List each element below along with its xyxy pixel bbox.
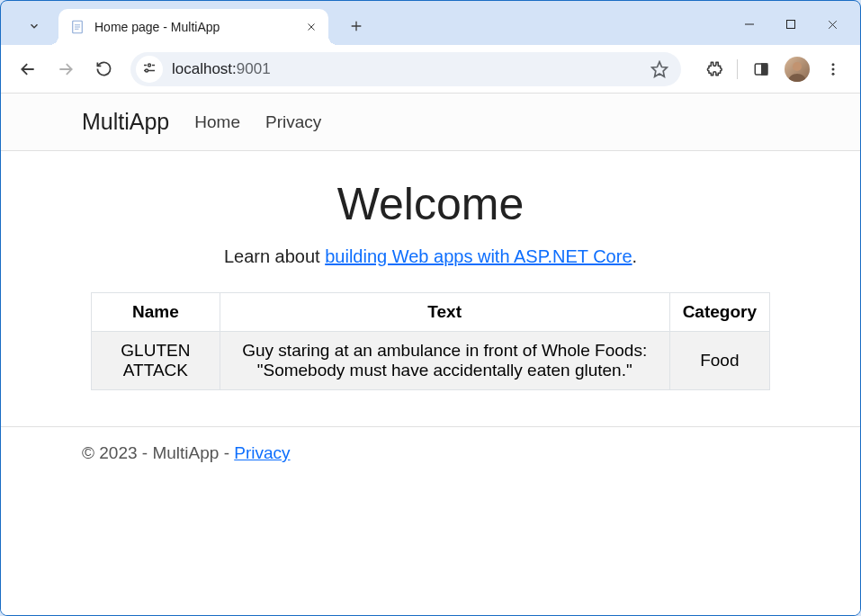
tab-favicon-icon bbox=[69, 19, 85, 35]
forward-button[interactable] bbox=[49, 53, 82, 85]
svg-point-14 bbox=[148, 64, 151, 67]
table-header-row: Name Text Category bbox=[92, 293, 770, 332]
cell-name: GLUTEN ATTACK bbox=[92, 332, 220, 390]
brand-title[interactable]: MultiApp bbox=[82, 109, 169, 135]
window-minimize-button[interactable] bbox=[729, 9, 770, 40]
col-text: Text bbox=[220, 293, 669, 332]
lead-prefix: Learn about bbox=[224, 246, 325, 266]
toolbar-divider bbox=[737, 59, 738, 79]
cell-text: Guy staring at an ambulance in front of … bbox=[220, 332, 669, 390]
svg-point-23 bbox=[793, 62, 802, 71]
reload-button[interactable] bbox=[87, 53, 120, 85]
profile-avatar[interactable] bbox=[781, 53, 813, 85]
bookmark-star-icon[interactable] bbox=[647, 60, 672, 78]
cell-category: Food bbox=[669, 332, 769, 390]
footer-privacy-link[interactable]: Privacy bbox=[234, 443, 290, 462]
svg-point-17 bbox=[146, 69, 148, 72]
lead-suffix: . bbox=[632, 246, 638, 266]
window-close-button[interactable] bbox=[812, 9, 853, 40]
tab-close-button[interactable] bbox=[303, 19, 319, 35]
nav-link-privacy[interactable]: Privacy bbox=[265, 112, 321, 132]
new-tab-button[interactable] bbox=[341, 11, 372, 41]
back-button[interactable] bbox=[12, 53, 44, 85]
extensions-button[interactable] bbox=[697, 53, 730, 85]
svg-point-26 bbox=[832, 72, 835, 75]
svg-rect-9 bbox=[787, 21, 795, 29]
site-info-button[interactable] bbox=[136, 56, 163, 83]
col-name: Name bbox=[92, 293, 220, 332]
tab-title: Home page - MultiApp bbox=[94, 20, 298, 34]
table-row: GLUTEN ATTACK Guy staring at an ambulanc… bbox=[92, 332, 770, 390]
window-controls bbox=[729, 9, 853, 40]
chrome-menu-button[interactable] bbox=[817, 53, 849, 85]
browser-toolbar: localhost:9001 bbox=[1, 45, 860, 94]
page-title: Welcome bbox=[91, 178, 770, 230]
svg-rect-22 bbox=[762, 64, 767, 75]
site-navbar: MultiApp Home Privacy bbox=[1, 94, 860, 151]
lead-text: Learn about building Web apps with ASP.N… bbox=[91, 246, 770, 267]
url-text: localhost:9001 bbox=[172, 60, 647, 78]
data-table: Name Text Category GLUTEN ATTACK Guy sta… bbox=[91, 292, 770, 390]
tab-search-dropdown[interactable] bbox=[19, 11, 49, 41]
window-maximize-button[interactable] bbox=[770, 9, 812, 40]
main-content: Welcome Learn about building Web apps wi… bbox=[1, 151, 860, 426]
browser-titlebar: Home page - MultiApp bbox=[1, 1, 860, 45]
svg-point-24 bbox=[832, 63, 835, 66]
footer-text: © 2023 - MultiApp - bbox=[82, 443, 234, 462]
page-viewport: MultiApp Home Privacy Welcome Learn abou… bbox=[1, 94, 860, 615]
sidepanel-button[interactable] bbox=[745, 53, 777, 85]
nav-link-home[interactable]: Home bbox=[194, 112, 240, 132]
footer: © 2023 - MultiApp - Privacy bbox=[1, 426, 860, 479]
browser-tab-active[interactable]: Home page - MultiApp bbox=[58, 9, 328, 45]
lead-link[interactable]: building Web apps with ASP.NET Core bbox=[325, 246, 632, 266]
address-bar[interactable]: localhost:9001 bbox=[130, 52, 681, 86]
col-category: Category bbox=[669, 293, 769, 332]
svg-marker-20 bbox=[652, 61, 668, 76]
svg-point-25 bbox=[832, 67, 835, 70]
